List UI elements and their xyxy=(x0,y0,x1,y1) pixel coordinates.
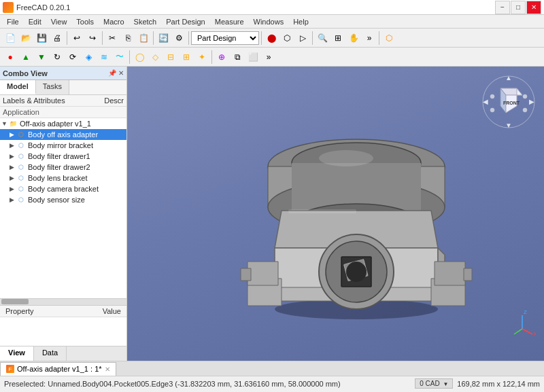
sep2 xyxy=(102,31,103,45)
tree-item-body4[interactable]: ▶ ⬡ Body filter drawer2 xyxy=(0,162,126,173)
menu-item-tools[interactable]: Tools xyxy=(72,17,98,26)
icon-body7: ⬡ xyxy=(16,195,26,204)
sep5 xyxy=(261,31,262,45)
groove-button[interactable]: ⟳ xyxy=(65,50,80,65)
pan-button[interactable]: ✋ xyxy=(346,31,361,46)
tab-model[interactable]: Model xyxy=(0,80,36,94)
section-button[interactable]: ⧉ xyxy=(230,50,245,65)
menu-item-help[interactable]: Help xyxy=(289,17,313,26)
bool-button[interactable]: ⊕ xyxy=(214,50,229,65)
view-fit-button[interactable]: ⬡ xyxy=(279,31,294,46)
menu-item-part design[interactable]: Part Design xyxy=(162,17,209,26)
copy-button[interactable]: ⎘ xyxy=(120,31,135,46)
tree-label-body2: Body mirror bracket xyxy=(28,141,93,149)
redo-button[interactable]: ↪ xyxy=(85,31,100,46)
revolve-button[interactable]: ↻ xyxy=(50,50,65,65)
arrow-body7: ▶ xyxy=(10,196,16,203)
svg-point-23 xyxy=(490,108,494,112)
minimize-button[interactable]: − xyxy=(495,1,510,14)
thickness-button[interactable]: ⬜ xyxy=(245,50,260,65)
refresh-button[interactable]: 🔄 xyxy=(156,31,171,46)
cad-label: 0 CAD xyxy=(420,380,439,387)
tree-item-body5[interactable]: ▶ ⬡ Body lens bracket xyxy=(0,173,126,183)
scroll-thumb[interactable] xyxy=(1,299,29,304)
pattern-button[interactable]: ⊞ xyxy=(179,50,194,65)
polar-button[interactable]: ✦ xyxy=(194,50,209,65)
toolbar-row-2: ● ▲ ▼ ↻ ⟳ ◈ ≋ 〜 ◯ ◇ ⊟ ⊞ ✦ ⊕ ⧉ ⬜ » xyxy=(0,48,544,67)
fillet-button[interactable]: ◯ xyxy=(132,50,147,65)
svg-point-13 xyxy=(319,150,373,166)
menu-item-sketch[interactable]: Sketch xyxy=(130,17,161,26)
tree-item-root[interactable]: ▼ 📁 Off-axis adapter v1_1 xyxy=(0,118,126,129)
zoom-fit-button[interactable]: 🔍 xyxy=(315,31,330,46)
mirror-button[interactable]: ⊟ xyxy=(163,50,178,65)
cut-button[interactable]: ✂ xyxy=(105,31,120,46)
more2-button[interactable]: » xyxy=(261,50,276,65)
tree-area: ▼ 📁 Off-axis adapter v1_1 ▶ ⬡ Body off a… xyxy=(0,118,126,298)
close-button[interactable]: ✕ xyxy=(526,1,541,14)
more-toolbar-button[interactable]: » xyxy=(362,31,377,46)
pin-button[interactable]: 📌 xyxy=(108,69,116,77)
cad-badge[interactable]: 0 CAD ▼ xyxy=(415,378,453,389)
cad-dropdown-icon[interactable]: ▼ xyxy=(443,381,448,387)
doc-tab-close[interactable]: ✕ xyxy=(105,366,110,373)
doc-tab-main[interactable]: F Off-axis adapter v1_1 : 1* ✕ xyxy=(0,362,116,376)
menu-item-edit[interactable]: Edit xyxy=(24,17,46,26)
settings-button[interactable]: ⚙ xyxy=(171,31,186,46)
maximize-button[interactable]: □ xyxy=(511,1,526,14)
parts-button[interactable]: ⬡ xyxy=(381,31,396,46)
tree-item-body6[interactable]: ▶ ⬡ Body camera bracket xyxy=(0,183,126,194)
icon-body6: ⬡ xyxy=(16,184,26,194)
menu-item-view[interactable]: View xyxy=(47,17,71,26)
svg-point-24 xyxy=(523,108,527,112)
helix-button[interactable]: 〜 xyxy=(112,50,127,65)
application-label: Application xyxy=(0,107,126,118)
menu-item-macro[interactable]: Macro xyxy=(99,17,129,26)
nav-cube[interactable]: ▲ ▼ ◀ ▶ FRONT xyxy=(481,75,536,129)
svg-text:Z: Z xyxy=(524,309,527,315)
arrow-body1: ▶ xyxy=(10,131,16,138)
tree-item-body2[interactable]: ▶ ⬡ Body mirror bracket xyxy=(0,140,126,151)
sweep-button[interactable]: ≋ xyxy=(97,50,112,65)
view3d-button[interactable]: ⊞ xyxy=(330,31,345,46)
tree-item-body7[interactable]: ▶ ⬡ Body sensor size xyxy=(0,194,126,205)
tree-item-body1[interactable]: ▶ ⬡ Body off axis adapter xyxy=(0,129,126,140)
menu-item-measure[interactable]: Measure xyxy=(211,17,248,26)
view-rotate-button[interactable]: ▷ xyxy=(295,31,310,46)
svg-point-22 xyxy=(523,94,527,99)
svg-text:▲: ▲ xyxy=(505,75,512,82)
svg-text:▶: ▶ xyxy=(529,98,534,105)
chamfer-button[interactable]: ◇ xyxy=(148,50,163,65)
paste-button[interactable]: 📋 xyxy=(136,31,151,46)
viewport[interactable]: ▲ ▼ ◀ ▶ FRONT xyxy=(127,67,544,361)
bottom-tab-view[interactable]: View xyxy=(0,346,34,361)
sketch-button[interactable]: ● xyxy=(3,50,18,65)
arrow-body5: ▶ xyxy=(10,175,16,181)
menu-item-file[interactable]: File xyxy=(3,17,23,26)
sep6 xyxy=(312,31,313,45)
menu-bar: FileEditViewToolsMacroSketchPart DesignM… xyxy=(0,15,544,29)
dimensions-label: 169,82 mm x 122,14 mm xyxy=(457,380,540,388)
sep9 xyxy=(211,50,212,64)
bottom-tab-data[interactable]: Data xyxy=(34,346,67,361)
tree-item-body3[interactable]: ▶ ⬡ Body filter drawer1 xyxy=(0,151,126,162)
loft-button[interactable]: ◈ xyxy=(81,50,96,65)
save-button[interactable]: 💾 xyxy=(34,31,49,46)
svg-rect-14 xyxy=(288,209,356,213)
svg-text:FRONT: FRONT xyxy=(503,101,520,105)
tab-tasks[interactable]: Tasks xyxy=(36,80,69,94)
pocket-button[interactable]: ▼ xyxy=(34,50,49,65)
arrow-body6: ▶ xyxy=(10,185,16,192)
icon-body3: ⬡ xyxy=(16,152,26,161)
workbench-dropdown[interactable]: Part Design Sketcher Part xyxy=(191,31,259,45)
open-button[interactable]: 📂 xyxy=(18,31,33,46)
menu-item-windows[interactable]: Windows xyxy=(250,17,288,26)
new-file-button[interactable]: 📄 xyxy=(3,31,18,46)
property-col2: Value xyxy=(103,307,121,315)
undo-button[interactable]: ↩ xyxy=(69,31,84,46)
tree-scrollbar[interactable] xyxy=(0,298,126,305)
pad-button[interactable]: ▲ xyxy=(18,50,33,65)
close-panel-button[interactable]: ✕ xyxy=(118,69,124,77)
view-home-button[interactable]: ⬤ xyxy=(264,31,279,46)
print-button[interactable]: 🖨 xyxy=(50,31,65,46)
